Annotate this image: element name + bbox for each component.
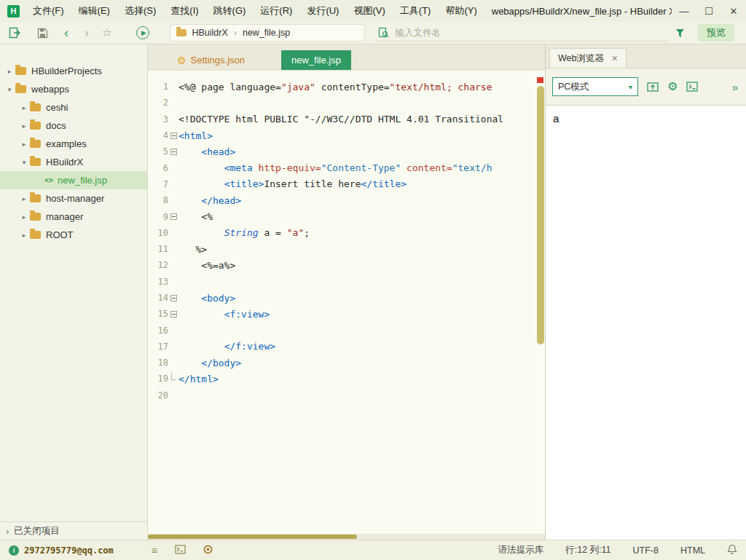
menu-item[interactable]: 选择(S) — [117, 4, 163, 17]
code-line[interactable]: 20 — [148, 387, 545, 403]
close-icon[interactable]: ✕ — [611, 54, 618, 63]
chevron-right-icon[interactable]: ▸ — [19, 195, 29, 202]
code-line[interactable]: 19</html> — [148, 371, 545, 387]
terminal-icon[interactable] — [175, 545, 186, 556]
tree-item-HBuilderProjects[interactable]: ▸HBuilderProjects — [0, 62, 147, 80]
code-line[interactable]: 6 <meta http-equiv="Content-Type" conten… — [148, 159, 545, 176]
minimize-button[interactable]: — — [672, 1, 696, 21]
breadcrumb[interactable]: HBuildrX›new_file.jsp — [170, 24, 365, 42]
chevron-more-icon[interactable]: » — [732, 81, 739, 93]
chevron-down-icon[interactable]: ▾ — [19, 159, 29, 166]
code-line[interactable]: 16 — [148, 322, 545, 338]
menu-item[interactable]: 工具(T) — [393, 4, 439, 17]
new-file-icon[interactable] — [9, 27, 21, 39]
menu-item[interactable]: 视图(V) — [346, 4, 392, 17]
syntax-lib-status[interactable]: 语法提示库 — [498, 544, 544, 556]
outline-icon[interactable]: ≡ — [152, 545, 157, 556]
filter-funnel-icon[interactable] — [675, 28, 685, 38]
code-line[interactable]: 9 <% — [148, 208, 545, 224]
breadcrumb-item[interactable]: HBuildrX — [192, 28, 227, 38]
chevron-down-icon[interactable]: ▾ — [4, 86, 15, 93]
closed-projects-label: 已关闭项目 — [14, 525, 60, 537]
tab-Settings.json[interactable]: ⚙Settings.json — [167, 50, 255, 70]
tree-item-HBuildrX[interactable]: ▾HBuildrX — [0, 153, 147, 171]
menu-item[interactable]: 查找(I) — [163, 4, 205, 17]
line-number: 19 — [148, 374, 168, 384]
tree-item-webapps[interactable]: ▾webapps — [0, 80, 147, 98]
tree-item-examples[interactable]: ▸examples — [0, 135, 147, 153]
language-mode-status[interactable]: HTML — [680, 545, 705, 556]
tree-item-ROOT[interactable]: ▸ROOT — [0, 226, 147, 244]
gear-icon[interactable]: ⚙ — [667, 81, 678, 92]
tree-item-manager[interactable]: ▸manager — [0, 208, 147, 226]
chevron-right-icon[interactable]: ▸ — [19, 213, 29, 221]
fold-toggle-icon[interactable] — [168, 311, 178, 318]
code-line[interactable]: 4<html> — [148, 127, 545, 143]
code-line[interactable]: 3<!DOCTYPE html PUBLIC "-//W3C//DTD HTML… — [148, 111, 545, 127]
editor-horizontal-scrollbar[interactable] — [148, 534, 545, 540]
fold-box-glyph — [170, 295, 177, 301]
code-line[interactable]: 12 <%=a%> — [148, 257, 545, 273]
run-icon[interactable]: ▶ — [136, 26, 149, 39]
back-icon[interactable]: ‹ — [61, 26, 71, 39]
save-icon[interactable] — [37, 28, 48, 39]
code-line[interactable]: 11 %> — [148, 241, 545, 257]
fold-toggle-icon[interactable] — [168, 213, 178, 220]
code-line[interactable]: 18 </body> — [148, 355, 545, 371]
closed-projects-row[interactable]: › 已关闭项目 — [0, 521, 147, 540]
tree-item-new_file.jsp[interactable]: <>new_file.jsp — [0, 171, 147, 189]
chevron-right-icon[interactable]: ▸ — [19, 104, 29, 111]
search-input[interactable] — [395, 28, 668, 38]
menu-item[interactable]: 运行(R) — [253, 4, 299, 17]
close-button[interactable]: ✕ — [721, 1, 746, 21]
code-line[interactable]: 1<%@ page language="java" contentType="t… — [148, 79, 545, 95]
menu-item[interactable]: 编辑(E) — [71, 4, 117, 17]
chevron-right-icon[interactable]: ▸ — [19, 122, 29, 130]
chevron-right-icon[interactable]: ▸ — [4, 68, 15, 75]
code-line[interactable]: 7 <title>Insert title here</title> — [148, 176, 545, 192]
menu-item[interactable]: 发行(U) — [299, 4, 346, 17]
tree-item-ceshi[interactable]: ▸ceshi — [0, 98, 147, 117]
code-line[interactable]: 17 </f:view> — [148, 339, 545, 355]
fold-toggle-icon[interactable] — [168, 295, 178, 301]
console-icon[interactable] — [686, 82, 698, 92]
scrollbar-thumb[interactable] — [148, 535, 357, 539]
tab-web-browser[interactable]: Web浏览器 ✕ — [549, 48, 627, 68]
chevron-right-icon[interactable]: ▸ — [19, 141, 29, 148]
preview-button[interactable]: 预览 — [698, 24, 734, 42]
chevron-right-icon[interactable]: ▸ — [19, 232, 29, 239]
fold-box-glyph — [170, 133, 177, 139]
fold-toggle-icon[interactable] — [168, 149, 178, 155]
breadcrumb-item[interactable]: new_file.jsp — [243, 28, 290, 38]
menu-item[interactable]: 帮助(Y) — [438, 4, 484, 17]
maximize-button[interactable]: ☐ — [696, 1, 721, 21]
editor-vertical-scrollbar[interactable] — [536, 71, 545, 534]
scrollbar-thumb[interactable] — [537, 86, 544, 344]
tree-item-docs[interactable]: ▸docs — [0, 117, 147, 135]
star-icon[interactable]: ☆ — [102, 26, 111, 39]
code-line[interactable]: 8 </head> — [148, 192, 545, 208]
code-line[interactable]: 15 <f:view> — [148, 306, 545, 322]
bell-icon[interactable] — [727, 544, 737, 556]
forward-icon[interactable]: › — [82, 26, 92, 39]
device-mode-select[interactable]: PC模式 ▾ — [552, 77, 638, 96]
code-area[interactable]: 1<%@ page language="java" contentType="t… — [148, 71, 545, 534]
encoding-status[interactable]: UTF-8 — [633, 545, 659, 556]
code-line[interactable]: 13 — [148, 274, 545, 290]
folder-icon — [176, 29, 186, 36]
code-text: <%=a%> — [178, 260, 545, 271]
open-in-browser-icon[interactable] — [647, 82, 659, 92]
menu-item[interactable]: 文件(F) — [25, 4, 71, 17]
account-info-icon[interactable]: i — [9, 545, 19, 556]
menu-item[interactable]: 跳转(G) — [206, 4, 254, 17]
cursor-position-status[interactable]: 行:12 列:11 — [565, 544, 610, 556]
plugin-icon[interactable] — [203, 545, 213, 556]
code-line[interactable]: 2 — [148, 95, 545, 111]
code-line[interactable]: 10 String a = "a"; — [148, 225, 545, 241]
code-line[interactable]: 5 <head> — [148, 143, 545, 159]
fold-toggle-icon[interactable] — [168, 133, 178, 139]
tab-new_file.jsp[interactable]: new_file.jsp — [281, 50, 351, 70]
tree-item-host-manager[interactable]: ▸host-manager — [0, 189, 147, 208]
account-email[interactable]: 2972795779@qq.com — [24, 545, 114, 556]
code-line[interactable]: 14 <body> — [148, 290, 545, 306]
